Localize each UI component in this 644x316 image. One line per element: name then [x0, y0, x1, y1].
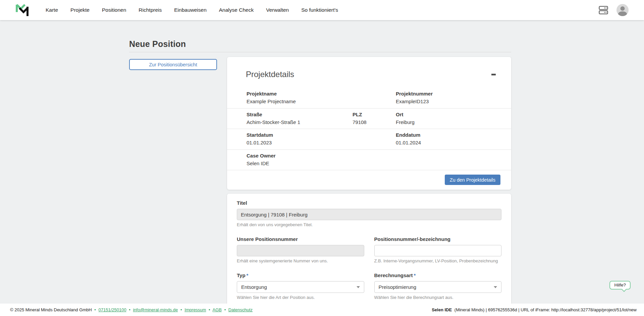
footer-separator: •: [94, 307, 96, 312]
nav-menu: Karte Projekte Positionen Richtpreis Ein…: [46, 7, 338, 13]
typ-helper: Wählen Sie hier die Art der Position aus…: [237, 295, 364, 300]
nav-right-actions: [598, 4, 629, 16]
unsere-positionsnummer-input: [237, 245, 364, 256]
startdatum-value: 01.01.2023: [247, 139, 396, 146]
typ-label: Typ*: [237, 272, 248, 278]
to-project-details-button[interactable]: Zu den Projektdetails: [445, 175, 500, 185]
nav-item-projekte[interactable]: Projekte: [70, 7, 90, 13]
footer-left: © 2025 Mineral Minds Deutschland GmbH • …: [10, 307, 253, 312]
startdatum-label: Startdatum: [247, 132, 396, 138]
logo-icon: [14, 2, 32, 18]
copyright-text: © 2025 Mineral Minds Deutschland GmbH: [10, 307, 92, 312]
project-details-rows: Projektname Example Projectname Projektn…: [227, 88, 511, 170]
nav-item-analyse-check[interactable]: Analyse Check: [219, 7, 254, 13]
typ-selected-value: Entsorgung: [241, 284, 267, 290]
case-owner-value: Selen IDE: [247, 160, 496, 167]
field-positionsnummer: Positionsnummer/-bezeichnung Z.B. Intern…: [374, 236, 502, 263]
projektname-label: Projektname: [247, 90, 396, 97]
row-datum: Startdatum 01.01.2023 Enddatum 01.01.202…: [227, 129, 511, 150]
footer-session-info: Selen IDE (Mineral Minds) | 69576255536d…: [432, 307, 637, 312]
projektnummer-value: ExampleID123: [396, 98, 496, 105]
nav-item-richtpreis[interactable]: Richtpreis: [139, 7, 162, 13]
nav-item-positionen[interactable]: Positionen: [102, 7, 126, 13]
row-adresse: Straße Achim-Stocker-Straße 1 PLZ 79108 …: [227, 109, 511, 129]
footer-link-datenschutz[interactable]: Datenschutz: [228, 307, 253, 312]
row-case-owner: Case Owner Selen IDE: [227, 150, 511, 171]
field-titel: Titel Erhält den von uns vorgegebenen Ti…: [237, 200, 501, 227]
left-column: Zur Positionsübersicht: [129, 57, 217, 316]
chevron-down-icon: [357, 286, 360, 288]
footer-separator: •: [129, 307, 130, 312]
enddatum-value: 01.01.2024: [396, 139, 496, 146]
footer-link-phone[interactable]: 07151/250100: [99, 307, 126, 312]
user-avatar-icon[interactable]: [616, 4, 629, 16]
titel-input: [237, 209, 501, 220]
typ-select[interactable]: Entsorgung: [237, 281, 364, 293]
footer-user-name: Selen IDE: [432, 307, 452, 312]
positionsnummer-helper: Z.B. Interne-Vorgangsnummer, LV-Position…: [374, 258, 502, 263]
nav-item-karte[interactable]: Karte: [46, 7, 58, 13]
field-berechnungsart: Berechnungsart* Preisoptimierung Wählen …: [374, 272, 502, 300]
nav-item-so-funktionierts[interactable]: So funktioniert's: [301, 7, 338, 13]
footer-link-agb[interactable]: AGB: [213, 307, 222, 312]
strasse-value: Achim-Stocker-Straße 1: [247, 119, 353, 126]
footer-separator: •: [209, 307, 210, 312]
title-divider: [129, 52, 511, 52]
unsere-positionsnummer-label: Unsere Positionsnummer: [237, 236, 298, 242]
minus-icon: [491, 74, 496, 75]
avatar-head: [621, 6, 625, 11]
projektnummer-label: Projektnummer: [396, 90, 496, 97]
new-position-form-card: Titel Erhält den von uns vorgegebenen Ti…: [227, 194, 511, 316]
avatar-body: [618, 11, 627, 16]
positionsnummer-input[interactable]: [374, 245, 502, 256]
ort-label: Ort: [396, 111, 496, 118]
main-content: Neue Position Zur Positionsübersicht Pro…: [129, 20, 511, 316]
footer-session-details: (Mineral Minds) | 69576255536d | URL of …: [454, 307, 637, 312]
berechnungsart-label: Berechnungsart*: [374, 272, 416, 278]
unsere-positionsnummer-helper: Erhält eine systemgenerierte Nummer von …: [237, 258, 364, 263]
server-stack-icon[interactable]: [598, 5, 608, 15]
titel-label: Titel: [237, 200, 247, 206]
berechnungsart-helper: Wählen Sie hier die Berechnungsart aus.: [374, 295, 502, 300]
footer: © 2025 Mineral Minds Deutschland GmbH • …: [0, 304, 644, 316]
project-details-title: Projektdetails: [246, 70, 294, 79]
row-projektname: Projektname Example Projectname Projektn…: [227, 88, 511, 109]
required-asterisk: *: [247, 272, 249, 278]
plz-value: 79108: [353, 119, 396, 126]
case-owner-label: Case Owner: [247, 152, 496, 159]
right-column: Projektdetails Projektname Example Proje…: [227, 57, 511, 316]
field-unsere-positionsnummer: Unsere Positionsnummer Erhält eine syste…: [237, 236, 364, 263]
help-button[interactable]: Hilfe?: [609, 281, 631, 290]
ort-value: Freiburg: [396, 119, 496, 126]
mineral-minds-logo[interactable]: [14, 2, 32, 18]
berechnungsart-selected-value: Preisoptimierung: [379, 284, 417, 290]
page-title: Neue Position: [129, 39, 511, 49]
nav-item-einbauweisen[interactable]: Einbauweisen: [174, 7, 207, 13]
positions-overview-button[interactable]: Zur Positionsübersicht: [129, 59, 217, 70]
top-nav: Karte Projekte Positionen Richtpreis Ein…: [0, 0, 644, 20]
collapse-card-button[interactable]: [490, 72, 497, 77]
field-typ: Typ* Entsorgung Wählen Sie hier die Art …: [237, 272, 364, 300]
strasse-label: Straße: [247, 111, 353, 118]
titel-helper: Erhält den von uns vorgegebenen Titel.: [237, 222, 501, 227]
footer-separator: •: [180, 307, 182, 312]
plz-label: PLZ: [353, 111, 396, 118]
chevron-down-icon: [494, 286, 497, 288]
footer-link-email[interactable]: info@mineral-minds.de: [133, 307, 178, 312]
nav-item-verwalten[interactable]: Verwalten: [266, 7, 289, 13]
footer-separator: •: [224, 307, 226, 312]
required-asterisk: *: [414, 272, 416, 278]
project-details-card: Projektdetails Projektname Example Proje…: [227, 57, 511, 190]
help-bubble-tail: [622, 287, 627, 292]
enddatum-label: Enddatum: [396, 132, 496, 138]
berechnungsart-select[interactable]: Preisoptimierung: [374, 281, 502, 293]
footer-link-impressum[interactable]: Impressum: [184, 307, 206, 312]
positionsnummer-label: Positionsnummer/-bezeichnung: [374, 236, 451, 242]
projektname-value: Example Projectname: [247, 98, 396, 105]
